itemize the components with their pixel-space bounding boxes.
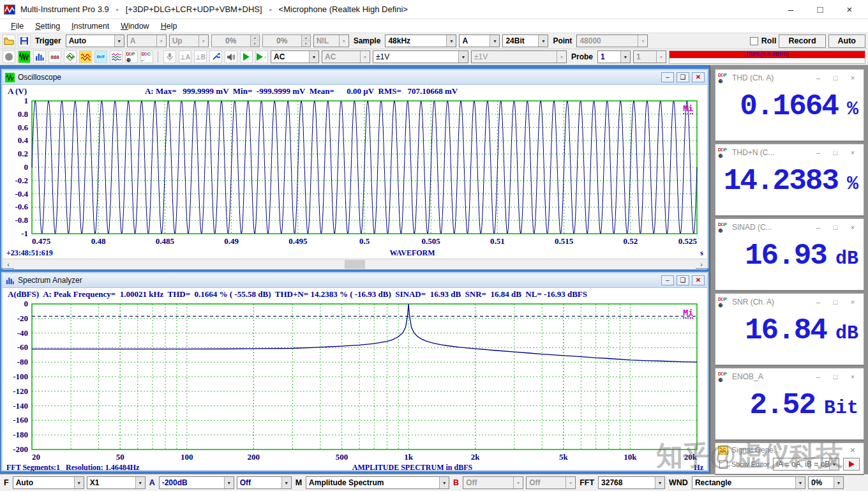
ddp-viewer-icon[interactable]: DDP⊕ bbox=[125, 50, 138, 63]
panel-title: Spectrum Analyzer bbox=[18, 276, 82, 285]
scroll-right-arrow[interactable]: › bbox=[696, 261, 707, 268]
overlap-select[interactable]: 0%▼ bbox=[808, 476, 844, 489]
minimize-button[interactable]: – bbox=[811, 74, 825, 82]
menu-file[interactable]: File bbox=[5, 20, 29, 32]
data-logger-icon[interactable] bbox=[79, 50, 92, 63]
minimize-button[interactable]: – bbox=[811, 373, 825, 381]
close-button[interactable]: × bbox=[846, 149, 860, 156]
range-a-select[interactable]: -200dB▼ bbox=[159, 476, 234, 489]
menu-setting[interactable]: Setting bbox=[29, 20, 66, 32]
minimize-button[interactable]: – bbox=[811, 149, 825, 156]
trigger-filter-select[interactable]: NIL▼ bbox=[313, 34, 349, 47]
trigger-edge-select[interactable]: Up▼ bbox=[169, 34, 209, 47]
minimize-button[interactable]: – bbox=[661, 72, 674, 82]
maximize-button[interactable]: □ bbox=[828, 373, 842, 381]
close-button[interactable]: × bbox=[846, 373, 860, 381]
close-button[interactable]: ✕ bbox=[846, 446, 860, 455]
trigger-source-select[interactable]: A▼ bbox=[127, 34, 167, 47]
window-function-select[interactable]: Rectangle▼ bbox=[692, 476, 805, 489]
generator-play-button[interactable] bbox=[843, 458, 860, 471]
probe-a-icon[interactable]: ⊥A bbox=[179, 50, 191, 63]
spectrum-3d-plot-icon[interactable] bbox=[64, 50, 77, 63]
ddp-panel-title-bar[interactable]: DDP⊕SINAD (C...–□× bbox=[715, 219, 864, 236]
range-b-select[interactable]: Off▼ bbox=[463, 476, 523, 489]
roll-checkbox[interactable]: Roll bbox=[750, 36, 777, 45]
coupling-a-select[interactable]: AC▼ bbox=[271, 50, 319, 63]
oscilloscope-icon[interactable] bbox=[18, 50, 31, 63]
menu-help[interactable]: Help bbox=[155, 20, 183, 32]
sampling-channel-select[interactable]: A▼ bbox=[459, 34, 500, 47]
speaker-icon[interactable] bbox=[225, 50, 237, 63]
calibration-wrench-icon[interactable] bbox=[209, 50, 222, 63]
minimize-button[interactable]: – bbox=[785, 4, 797, 15]
close-button[interactable]: × bbox=[846, 74, 860, 82]
close-button[interactable]: × bbox=[846, 298, 860, 306]
spinner-arrows[interactable]: ▲▼ bbox=[301, 35, 310, 47]
ddp-panel-title-bar[interactable]: DDP⊕THD+N (C...–□× bbox=[715, 144, 864, 161]
close-button[interactable]: ✕ bbox=[692, 72, 705, 82]
open-file-icon[interactable] bbox=[3, 34, 15, 47]
play-icon[interactable] bbox=[240, 50, 253, 63]
sampling-rate-select[interactable]: 48kHz▼ bbox=[385, 34, 456, 47]
coupling-b-select[interactable]: AC▼ bbox=[322, 50, 370, 63]
device-test-plan-icon[interactable]: DUT bbox=[94, 50, 107, 63]
record-length-select[interactable]: 48000▼ bbox=[576, 34, 648, 47]
menu-instrument[interactable]: Instrument bbox=[66, 20, 115, 32]
minimize-button[interactable]: – bbox=[811, 298, 825, 306]
analysis-mode-select[interactable]: Amplitude Spectrum▼ bbox=[306, 476, 449, 489]
ref-b-select[interactable]: Off▼ bbox=[526, 476, 576, 489]
zoom-select[interactable]: X1▼ bbox=[87, 476, 146, 489]
trigger-delay-spinner[interactable]: 0%▲▼ bbox=[262, 34, 311, 47]
record-button[interactable]: Record bbox=[779, 34, 825, 48]
minimize-button[interactable]: – bbox=[811, 223, 825, 231]
restore-button[interactable]: ❑ bbox=[677, 72, 689, 82]
ddc-icon[interactable]: DDC⌐ bbox=[140, 50, 153, 63]
spinner-arrows[interactable]: ▲▼ bbox=[250, 35, 259, 47]
ddp-sidebar: DDP⊕THD (Ch. A)–□×0.1664%DDP⊕THD+N (C...… bbox=[710, 65, 868, 474]
restore-button[interactable]: ❑ bbox=[677, 275, 689, 285]
maximize-button[interactable]: □ bbox=[828, 298, 842, 306]
ref-a-select[interactable]: Off▼ bbox=[237, 476, 292, 489]
minimize-button[interactable]: – bbox=[661, 275, 674, 285]
auto-button[interactable]: Auto bbox=[828, 34, 865, 48]
trigger-level-spinner[interactable]: 0%▲▼ bbox=[211, 34, 260, 47]
maximize-button[interactable]: □ bbox=[828, 149, 842, 156]
scroll-track[interactable] bbox=[14, 259, 696, 269]
close-button[interactable]: × bbox=[846, 223, 860, 231]
signal-generator-title-bar[interactable]: Signal Gene... ✕ bbox=[715, 443, 864, 457]
play-loop-icon[interactable]: ○ bbox=[255, 50, 268, 63]
window-title: Multi-Instrument Pro 3.9 - [+3DP+DLG+LCR… bbox=[20, 4, 408, 14]
probe-b-select[interactable]: 1▼ bbox=[633, 50, 666, 63]
vibrometer-icon[interactable] bbox=[110, 50, 123, 63]
maximize-button[interactable]: □ bbox=[828, 223, 842, 231]
close-button[interactable]: ✕ bbox=[692, 275, 705, 285]
menu-window[interactable]: Window bbox=[115, 20, 154, 32]
scroll-left-arrow[interactable]: ‹ bbox=[3, 261, 14, 268]
scope-scrollbar[interactable]: ‹ › bbox=[3, 259, 707, 269]
fft-size-select[interactable]: 32768▼ bbox=[598, 476, 665, 489]
probe-b-icon[interactable]: ⊥B bbox=[194, 50, 207, 63]
show-editor-checkbox[interactable] bbox=[719, 460, 728, 469]
trigger-mode-select[interactable]: Auto▼ bbox=[66, 34, 124, 47]
close-button[interactable]: × bbox=[844, 4, 855, 15]
range-b-select[interactable]: ±1V▼ bbox=[471, 50, 567, 63]
range-a-select[interactable]: ±1V▼ bbox=[373, 50, 468, 63]
spectrum-title-bar[interactable]: Spectrum Analyzer – ❑ ✕ bbox=[3, 273, 707, 288]
ddp-panel-title-bar[interactable]: DDP⊕ENOB_A–□× bbox=[715, 368, 864, 385]
maximize-button[interactable]: □ bbox=[828, 74, 842, 82]
multimeter-icon[interactable]: 888 bbox=[49, 50, 61, 63]
maximize-button[interactable]: □ bbox=[814, 4, 826, 15]
probe-a-select[interactable]: 1▼ bbox=[597, 50, 631, 63]
scroll-thumb[interactable] bbox=[345, 260, 365, 269]
ddp-panel-title-bar[interactable]: DDP⊕SNR (Ch. A)–□× bbox=[715, 294, 864, 310]
sampling-bits-select[interactable]: 24Bit▼ bbox=[502, 34, 548, 47]
checkbox-box[interactable] bbox=[750, 37, 758, 45]
freq-axis-select[interactable]: Auto▼ bbox=[13, 476, 84, 489]
save-icon[interactable] bbox=[18, 34, 31, 47]
ddp-panel-title-bar[interactable]: DDP⊕THD (Ch. A)–□× bbox=[715, 70, 864, 86]
microphone-icon[interactable] bbox=[163, 50, 176, 63]
record-indicator-icon[interactable] bbox=[3, 50, 15, 63]
spectrum-analyzer-icon[interactable] bbox=[33, 50, 46, 63]
routing-select[interactable]: iA = oA, iB = oB▼ bbox=[773, 458, 839, 471]
oscilloscope-title-bar[interactable]: Oscilloscope – ❑ ✕ bbox=[3, 70, 707, 85]
